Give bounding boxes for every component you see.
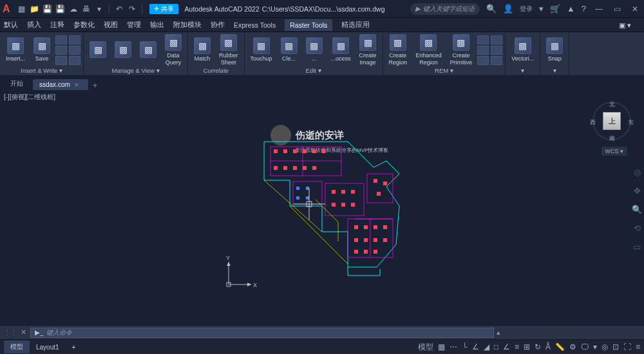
transparency-icon[interactable]: ⊞ bbox=[524, 342, 530, 351]
drawing-canvas[interactable]: [-][俯视][二维线框] 伤逝的安详 专注原版软件和系统分享的MVP技术博客 … bbox=[0, 90, 644, 325]
nav-pan-icon[interactable]: ✥ bbox=[634, 186, 641, 196]
ribbon-button[interactable]: ▩Save bbox=[30, 34, 53, 66]
nav-show-icon[interactable]: ▭ bbox=[633, 242, 641, 252]
ribbon-button[interactable]: ▩Insert... bbox=[3, 34, 28, 66]
ribbon-small-button[interactable] bbox=[69, 46, 80, 55]
ribbon-small-button[interactable] bbox=[491, 35, 502, 44]
isolate-icon[interactable]: ◎ bbox=[601, 342, 608, 351]
qat-cloud-icon[interactable]: ☁ bbox=[68, 4, 79, 14]
qat-saveas-icon[interactable]: 💾 bbox=[55, 4, 66, 14]
snap-icon[interactable]: ⋯ bbox=[450, 342, 457, 351]
doc-tab-0[interactable]: 开始 bbox=[4, 77, 32, 90]
ribbon-button[interactable]: ▩Touchup bbox=[247, 34, 276, 66]
annotation-icon[interactable]: Å bbox=[545, 342, 551, 351]
close-tab-icon[interactable]: ✕ bbox=[74, 82, 79, 88]
polar-icon[interactable]: ∠ bbox=[472, 342, 479, 351]
qat-undo-icon[interactable]: ↶ bbox=[114, 4, 124, 14]
viewcube-face[interactable]: 上 bbox=[603, 112, 621, 130]
ribbon-small-button[interactable] bbox=[69, 35, 80, 44]
panel-title[interactable]: ▾ bbox=[543, 66, 566, 75]
status-model-label[interactable]: 模型 bbox=[418, 342, 433, 353]
qat-print-icon[interactable]: 🖶 bbox=[81, 4, 91, 14]
user-icon[interactable]: 👤 bbox=[503, 4, 513, 14]
qat-open-icon[interactable]: 📁 bbox=[30, 4, 40, 14]
menu-tab-0[interactable]: 默认 bbox=[4, 21, 18, 30]
search-icon[interactable]: 🔍 bbox=[486, 4, 497, 14]
menu-tab-7[interactable]: 附加模块 bbox=[173, 21, 202, 30]
ribbon-small-button[interactable] bbox=[55, 35, 67, 44]
cart-icon[interactable]: 🛒 bbox=[550, 4, 560, 14]
cmd-close-icon[interactable]: ✕ bbox=[21, 328, 26, 337]
nav-orbit-icon[interactable]: ⟲ bbox=[634, 223, 641, 233]
menu-tab-6[interactable]: 输出 bbox=[150, 21, 164, 30]
panel-title[interactable]: REM ▾ bbox=[386, 66, 503, 75]
close-icon[interactable]: ✕ bbox=[630, 4, 640, 14]
add-tab-button[interactable]: + bbox=[93, 80, 98, 90]
panel-title[interactable]: Correlate bbox=[191, 66, 242, 75]
customize-icon[interactable]: ≡ bbox=[636, 342, 640, 351]
ribbon-small-button[interactable] bbox=[491, 46, 502, 55]
menu-tab-1[interactable]: 插入 bbox=[27, 21, 41, 30]
layout-tab-layout1[interactable]: Layout1 bbox=[30, 342, 66, 353]
ribbon-button[interactable]: ▩...ocess bbox=[328, 34, 354, 66]
menu-tab-9[interactable]: Express Tools bbox=[234, 21, 276, 29]
ribbon-small-button[interactable] bbox=[477, 56, 489, 65]
ribbon-button[interactable]: ▩Rubber Sheet bbox=[216, 34, 242, 66]
nav-zoom-icon[interactable]: 🔍 bbox=[632, 205, 642, 214]
qat-save-icon[interactable]: 💾 bbox=[43, 4, 53, 14]
ribbon-small-button[interactable] bbox=[55, 56, 67, 65]
view-cube[interactable]: 上 北 东 南 西 bbox=[592, 102, 631, 140]
qat-redo-icon[interactable]: ↷ bbox=[127, 4, 137, 14]
ribbon-button[interactable]: ▩ bbox=[111, 34, 135, 66]
qat-new-icon[interactable]: ▦ bbox=[17, 4, 27, 14]
panel-title[interactable]: Edit ▾ bbox=[247, 66, 380, 75]
cleanscreen-icon[interactable]: ⛶ bbox=[623, 342, 631, 351]
ribbon-button[interactable]: ▩Create Primitive bbox=[447, 34, 476, 66]
isodraft-icon[interactable]: ◢ bbox=[484, 342, 489, 351]
units-icon[interactable]: ▾ bbox=[593, 342, 597, 351]
autodesk-icon[interactable]: ▲ bbox=[567, 4, 575, 14]
ribbon-button[interactable]: ▩Enhanced Region bbox=[412, 34, 445, 66]
cmd-grip-icon[interactable]: ⋮⋮ bbox=[4, 329, 17, 336]
ribbon-small-button[interactable] bbox=[55, 46, 67, 55]
osnap-icon[interactable]: □ bbox=[494, 342, 498, 351]
grid-icon[interactable]: ▦ bbox=[438, 342, 445, 351]
command-input[interactable]: ▶_ 键入命令 bbox=[30, 328, 494, 338]
ribbon-button[interactable]: ▩Snap bbox=[543, 34, 566, 66]
scale-icon[interactable]: 📏 bbox=[555, 342, 565, 351]
layout-tab-add[interactable]: + bbox=[66, 342, 82, 353]
panel-title[interactable]: Manage & View ▾ bbox=[86, 66, 185, 75]
viewcube-north[interactable]: 北 bbox=[609, 100, 615, 109]
nav-wheel-icon[interactable]: ◎ bbox=[634, 167, 641, 177]
otrack-icon[interactable]: ∠ bbox=[503, 342, 510, 351]
ribbon-button[interactable]: ▩ bbox=[86, 34, 109, 66]
workspace-icon[interactable]: ⚙ bbox=[569, 342, 576, 351]
viewcube-south[interactable]: 南 bbox=[609, 135, 615, 143]
login-label[interactable]: 登录 bbox=[520, 5, 533, 14]
ribbon-button[interactable]: ▩Create Region bbox=[386, 34, 411, 66]
ribbon-button[interactable]: ▩Match bbox=[191, 34, 214, 66]
ribbon-small-button[interactable] bbox=[477, 35, 489, 44]
help-icon[interactable]: ? bbox=[582, 4, 586, 14]
menu-tab-4[interactable]: 视图 bbox=[104, 21, 118, 30]
hardware-icon[interactable]: ⊡ bbox=[612, 342, 619, 351]
ribbon-small-button[interactable] bbox=[477, 46, 489, 55]
ribbon-button[interactable]: ▩... bbox=[303, 34, 326, 66]
wcs-label[interactable]: WCS ▾ bbox=[601, 147, 628, 156]
viewcube-east[interactable]: 东 bbox=[628, 118, 634, 127]
lineweight-icon[interactable]: ≡ bbox=[515, 342, 519, 351]
menu-tab-8[interactable]: 协作 bbox=[211, 21, 225, 30]
doc-tab-1[interactable]: ssdax.com✕ bbox=[33, 79, 88, 90]
menu-tab-5[interactable]: 管理 bbox=[127, 21, 141, 30]
monitor-icon[interactable]: 🖵 bbox=[581, 342, 589, 351]
viewport-label[interactable]: [-][俯视][二维线框] bbox=[4, 93, 55, 102]
menu-tab-11[interactable]: 精选应用 bbox=[341, 21, 370, 30]
menu-tab-2[interactable]: 注释 bbox=[50, 21, 64, 30]
ortho-icon[interactable]: └ bbox=[462, 342, 468, 351]
cmd-expand-icon[interactable]: ▴ bbox=[497, 328, 500, 337]
ribbon-button[interactable]: ▩ bbox=[137, 34, 160, 66]
search-input[interactable]: ▶ 键入关键字或短语 bbox=[410, 3, 480, 15]
panel-title[interactable]: Insert & Write ▾ bbox=[3, 66, 80, 75]
viewcube-west[interactable]: 西 bbox=[590, 118, 596, 127]
cycling-icon[interactable]: ↻ bbox=[535, 342, 541, 351]
